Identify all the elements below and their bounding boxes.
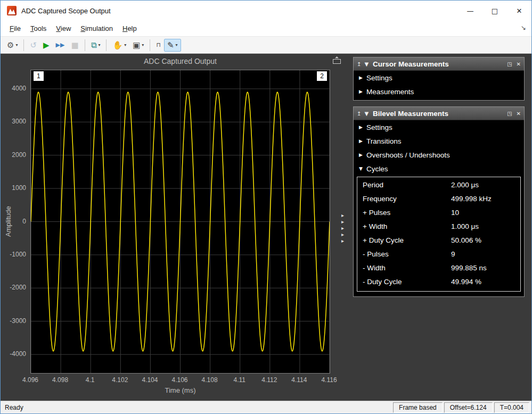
cursor-panel-title: Cursor Measurements bbox=[373, 60, 449, 68]
y-tick-label: -4000 bbox=[1, 350, 26, 358]
expand-panel-arrow-icon: ▸ bbox=[341, 212, 344, 218]
section-cycles[interactable]: ▼Cycles bbox=[354, 162, 524, 176]
status-cell-offset: Offset=6.124 bbox=[444, 402, 493, 413]
measurement-label: - Duty Cycle bbox=[363, 278, 402, 286]
triangle-collapsed-icon: ▶ bbox=[359, 89, 363, 94]
settings-icon: ⚙ bbox=[7, 40, 14, 50]
measurements-icon: ✎ bbox=[167, 40, 174, 50]
measurement-value: 499.998 kHz bbox=[451, 195, 492, 203]
menu-item-view[interactable]: View bbox=[51, 22, 76, 35]
minimize-button[interactable]: — bbox=[458, 1, 482, 21]
bilevel-panel-header[interactable]: ↥ ▼ Bilevel Measurements ◳ ✕ bbox=[354, 107, 524, 120]
section-label: Measurements bbox=[366, 88, 414, 96]
stop-icon: ■ bbox=[71, 40, 79, 50]
y-tick-label: 1000 bbox=[1, 184, 26, 192]
menu-item-tools[interactable]: Tools bbox=[26, 22, 51, 35]
menu-bar: FileToolsViewSimulationHelp ↘ bbox=[1, 21, 531, 37]
waveform-plot bbox=[31, 70, 330, 373]
menu-item-help[interactable]: Help bbox=[118, 22, 142, 35]
section-transitions[interactable]: ▶Transitions bbox=[354, 134, 524, 148]
close-panel-icon[interactable]: ✕ bbox=[517, 111, 521, 117]
toolbar-separator bbox=[106, 39, 107, 51]
menu-item-simulation[interactable]: Simulation bbox=[76, 22, 118, 35]
section-settings[interactable]: ▶Settings bbox=[354, 71, 524, 85]
x-tick-label: 4.096 bbox=[17, 376, 44, 384]
cursor-panel-sections: ▶Settings▶Measurements bbox=[354, 71, 524, 98]
section-label: Transitions bbox=[366, 137, 402, 145]
dock-panel-icon[interactable] bbox=[332, 56, 341, 67]
measurement-row: - Duty Cycle49.994 % bbox=[357, 275, 520, 289]
run-icon: ▶ bbox=[43, 40, 50, 50]
section-label: Cycles bbox=[366, 165, 388, 173]
plot-title: ADC Captured Output bbox=[30, 57, 330, 65]
toolbar-button-step-forward[interactable]: ▶▶ bbox=[53, 39, 68, 52]
x-tick-label: 4.11 bbox=[226, 376, 253, 384]
close-panel-icon[interactable]: ✕ bbox=[517, 61, 521, 67]
cursor-panel-header[interactable]: ↥ ▼ Cursor Measurements ◳ ✕ bbox=[354, 57, 524, 71]
toolbar-button-stop[interactable]: ■ bbox=[68, 39, 82, 52]
undock-panel-icon[interactable]: ◳ bbox=[507, 111, 512, 117]
toolbar: ⚙▾↺▶▶▶■⧉▾✋▾▣▾⊓✎▾ bbox=[1, 37, 531, 54]
y-tick-label: 0 bbox=[1, 218, 26, 225]
title-bar: ADC Captured Scope Output — □ ✕ bbox=[1, 1, 531, 21]
panel-expander-arrows[interactable]: ▸▸▸▸▸ bbox=[341, 212, 344, 244]
matlab-scope-icon bbox=[7, 6, 17, 15]
y-tick-label: -3000 bbox=[1, 317, 26, 325]
triangle-expanded-icon: ▼ bbox=[359, 166, 363, 171]
x-axis-label: Time (ms) bbox=[30, 386, 330, 394]
x-tick-label: 4.098 bbox=[47, 376, 73, 384]
collapse-panel-icon[interactable]: ▼ bbox=[364, 61, 369, 67]
x-tick-label: 4.114 bbox=[286, 376, 313, 384]
bilevel-panel-title: Bilevel Measurements bbox=[373, 110, 448, 118]
status-cell-time: T=0.004 bbox=[494, 402, 529, 413]
collapse-all-icon[interactable]: ↥ bbox=[357, 61, 361, 67]
measurement-row: Period2.000 μs bbox=[357, 178, 520, 192]
plot-area[interactable]: 1 2 bbox=[30, 70, 330, 374]
toolbar-button-simulink-hierarchy[interactable]: ⧉▾ bbox=[88, 39, 104, 52]
maximize-button[interactable]: □ bbox=[482, 1, 507, 21]
measurement-value: 50.006 % bbox=[451, 236, 481, 244]
section-settings[interactable]: ▶Settings bbox=[354, 120, 524, 134]
toolbar-separator bbox=[85, 39, 85, 51]
section-overshoots-undershoots[interactable]: ▶Overshoots / Undershoots bbox=[354, 148, 524, 162]
measurement-label: - Width bbox=[363, 264, 386, 272]
toolbar-button-trigger[interactable]: ⊓ bbox=[153, 39, 164, 52]
dock-scope-icon[interactable]: ↘ bbox=[521, 24, 526, 31]
measurement-row: - Width999.885 ns bbox=[357, 261, 520, 275]
menu-item-file[interactable]: File bbox=[5, 22, 26, 35]
toolbar-separator bbox=[150, 39, 150, 51]
x-axis-ticks: 4.0964.0984.14.1024.1044.1064.1084.114.1… bbox=[30, 376, 330, 385]
pan-hand-icon: ✋ bbox=[112, 40, 122, 50]
measurement-label: + Pulses bbox=[363, 209, 390, 217]
measurement-value: 49.994 % bbox=[451, 278, 481, 286]
cycles-measurement-table: Period2.000 μsFrequency499.998 kHz+ Puls… bbox=[357, 177, 521, 292]
measurement-row: + Duty Cycle50.006 % bbox=[357, 234, 520, 247]
expand-panel-arrow-icon: ▸ bbox=[341, 238, 344, 244]
undock-panel-icon[interactable]: ◳ bbox=[507, 61, 512, 67]
toolbar-button-zoom-fit[interactable]: ▣▾ bbox=[129, 39, 147, 52]
collapse-panel-icon[interactable]: ▼ bbox=[364, 111, 369, 117]
scope-window: ADC Captured Scope Output — □ ✕ FileTool… bbox=[0, 0, 532, 414]
measurement-label: Period bbox=[363, 181, 383, 189]
measurement-row: + Pulses10 bbox=[357, 206, 520, 220]
trigger-icon: ⊓ bbox=[156, 40, 161, 50]
dropdown-caret-icon: ▾ bbox=[176, 43, 178, 47]
measurement-value: 2.000 μs bbox=[451, 181, 479, 189]
toolbar-button-settings[interactable]: ⚙▾ bbox=[4, 39, 21, 52]
section-label: Overshoots / Undershoots bbox=[366, 151, 450, 159]
step-back-icon: ↺ bbox=[30, 40, 37, 50]
section-label: Settings bbox=[366, 74, 392, 82]
dropdown-caret-icon: ▾ bbox=[124, 43, 126, 47]
window-controls: — □ ✕ bbox=[458, 1, 531, 21]
toolbar-button-measurements[interactable]: ✎▾ bbox=[164, 39, 181, 52]
y-tick-label: 3000 bbox=[1, 118, 26, 125]
close-button[interactable]: ✕ bbox=[507, 1, 531, 21]
toolbar-button-pan-hand[interactable]: ✋▾ bbox=[109, 39, 129, 52]
toolbar-button-step-back[interactable]: ↺ bbox=[27, 39, 40, 52]
section-measurements[interactable]: ▶Measurements bbox=[354, 85, 524, 98]
measurement-value: 1.000 μs bbox=[451, 222, 479, 230]
expand-panel-arrow-icon: ▸ bbox=[341, 219, 344, 225]
measurement-row: Frequency499.998 kHz bbox=[357, 192, 520, 206]
toolbar-button-run[interactable]: ▶ bbox=[40, 39, 53, 52]
collapse-all-icon[interactable]: ↥ bbox=[357, 111, 361, 117]
